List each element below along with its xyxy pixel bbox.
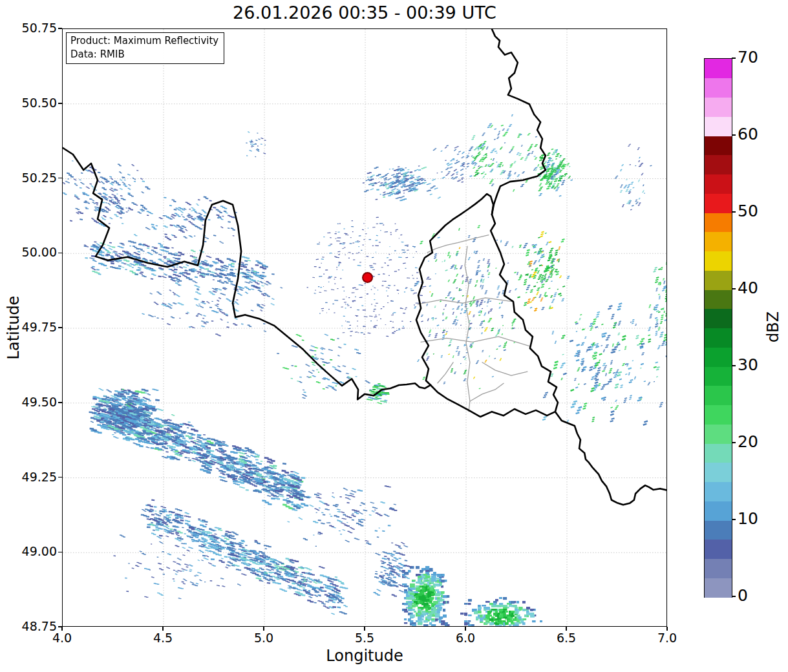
y-tick-mark <box>58 178 62 179</box>
radar-site-marker <box>362 272 373 283</box>
colorbar-tick-label: 0 <box>738 586 748 605</box>
colorbar-band <box>705 136 732 155</box>
y-tick-mark <box>58 103 62 104</box>
x-tick-label: 6.0 <box>443 631 488 645</box>
y-tick-label: 50.00 <box>0 245 57 259</box>
y-tick-mark <box>58 28 62 29</box>
chart-title: 26.01.2026 00:35 - 00:39 UTC <box>62 3 667 23</box>
colorbar-tick-mark <box>732 58 736 59</box>
colorbar-tick-mark <box>732 596 736 597</box>
colorbar <box>704 58 732 598</box>
colorbar-band <box>705 174 732 194</box>
colorbar-band <box>705 78 732 98</box>
colorbar-tick-mark <box>732 442 736 443</box>
colorbar-band <box>705 443 732 463</box>
colorbar-band <box>705 366 732 386</box>
colorbar-band <box>705 347 732 366</box>
x-tick-mark <box>263 627 264 631</box>
colorbar-tick-label: 20 <box>738 432 758 451</box>
y-tick-mark <box>58 327 62 328</box>
y-tick-label: 48.75 <box>0 619 57 633</box>
y-axis-label: Latitude <box>5 296 23 360</box>
colorbar-band <box>705 482 732 501</box>
product-info-box: Product: Maximum Reflectivity Data: RMIB <box>66 32 224 64</box>
colorbar-band <box>705 193 732 213</box>
colorbar-tick-mark <box>732 519 736 520</box>
colorbar-band <box>705 424 732 443</box>
y-tick-mark <box>58 626 62 627</box>
colorbar-tick-label: 70 <box>738 48 758 67</box>
map-canvas <box>63 29 667 627</box>
colorbar-tick-mark <box>732 288 736 289</box>
data-source-label: Data: RMIB <box>70 48 218 61</box>
x-tick-label: 6.5 <box>544 631 589 645</box>
x-axis-label: Longitude <box>62 647 667 665</box>
y-tick-label: 49.00 <box>0 544 57 558</box>
x-tick-label: 5.0 <box>241 631 286 645</box>
colorbar-band <box>705 155 732 174</box>
colorbar-band <box>705 520 732 540</box>
x-tick-mark <box>666 627 668 631</box>
y-tick-label: 50.25 <box>0 171 57 185</box>
colorbar-tick-mark <box>732 365 736 366</box>
radar-figure: 26.01.2026 00:35 - 00:39 UTC Product: Ma… <box>0 0 788 672</box>
y-tick-label: 50.75 <box>0 21 57 35</box>
map-plot-area: Product: Maximum Reflectivity Data: RMIB <box>62 28 667 627</box>
y-tick-label: 49.25 <box>0 470 57 484</box>
colorbar-band <box>705 251 732 271</box>
colorbar-band <box>705 328 732 348</box>
x-tick-mark <box>61 627 63 631</box>
x-tick-mark <box>162 627 164 631</box>
y-tick-mark <box>58 477 62 478</box>
colorbar-band <box>705 540 732 559</box>
x-tick-mark <box>465 627 466 631</box>
x-tick-mark <box>364 627 365 631</box>
colorbar-band <box>705 578 732 597</box>
y-tick-mark <box>58 552 62 553</box>
colorbar-tick-mark <box>732 211 736 213</box>
colorbar-tick-label: 60 <box>738 125 758 143</box>
colorbar-band <box>705 463 732 482</box>
colorbar-tick-mark <box>732 134 736 136</box>
colorbar-band <box>705 270 732 289</box>
colorbar-tick-label: 40 <box>738 278 758 297</box>
x-tick-mark <box>566 627 567 631</box>
y-tick-label: 49.50 <box>0 395 57 409</box>
colorbar-tick-label: 50 <box>738 202 758 220</box>
colorbar-band <box>705 116 732 136</box>
colorbar-label: dBZ <box>764 311 782 342</box>
y-tick-label: 50.50 <box>0 96 57 110</box>
colorbar-band <box>705 213 732 232</box>
colorbar-band <box>705 501 732 520</box>
colorbar-band <box>705 289 732 309</box>
y-tick-mark <box>58 253 62 254</box>
colorbar-band <box>705 98 732 117</box>
colorbar-tick-label: 30 <box>738 355 758 374</box>
y-tick-mark <box>58 402 62 403</box>
x-tick-label: 5.5 <box>342 631 387 645</box>
colorbar-band <box>705 309 732 328</box>
x-tick-label: 4.5 <box>140 631 186 645</box>
colorbar-band <box>705 386 732 405</box>
colorbar-band <box>705 405 732 425</box>
product-label: Product: Maximum Reflectivity <box>70 34 218 48</box>
colorbar-tick-label: 10 <box>738 509 758 528</box>
colorbar-band <box>705 59 732 78</box>
colorbar-band <box>705 559 732 578</box>
colorbar-band <box>705 232 732 251</box>
x-tick-label: 7.0 <box>644 631 690 645</box>
